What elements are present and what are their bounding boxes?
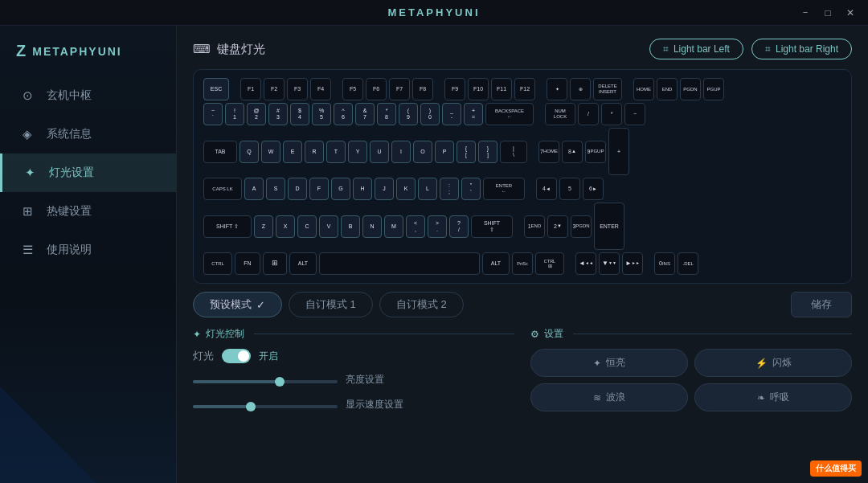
key-o[interactable]: O — [413, 141, 432, 163]
key-z[interactable]: Z — [254, 215, 273, 238]
key-capslock[interactable]: CAPS LK — [203, 178, 242, 200]
key-tab[interactable]: TAB — [203, 141, 237, 163]
key-0[interactable]: )0 — [420, 103, 440, 125]
key-3[interactable]: #3 — [268, 103, 288, 125]
key-equals[interactable]: += — [464, 103, 483, 125]
speed-thumb[interactable] — [246, 402, 256, 411]
key-5[interactable]: %5 — [312, 103, 331, 125]
key-f8[interactable]: F8 — [412, 78, 433, 100]
key-num5[interactable]: 5 — [559, 178, 580, 200]
key-numslash[interactable]: / — [578, 103, 599, 125]
key-b[interactable]: B — [341, 215, 360, 238]
tab-preset-mode[interactable]: 预设模式 ✓ — [193, 292, 282, 317]
key-numdot[interactable]: .DEL — [678, 252, 698, 275]
key-ctrl-right[interactable]: CTRL⊞ — [535, 252, 564, 275]
key-num6[interactable]: 6► — [583, 178, 604, 200]
key-del-insert[interactable]: DELETEINSERT — [593, 78, 622, 100]
key-pgdn[interactable]: PGDN — [680, 78, 701, 100]
key-m[interactable]: M — [384, 215, 403, 238]
key-t[interactable]: T — [326, 141, 346, 163]
speed-slider[interactable] — [193, 405, 338, 408]
key-num8[interactable]: 8▲ — [562, 141, 583, 163]
key-alt-right[interactable]: ALT — [482, 252, 510, 275]
key-pgup[interactable]: PGUP — [703, 78, 724, 100]
key-scroll[interactable]: ⊕ — [570, 78, 591, 100]
key-numminus[interactable]: − — [624, 103, 645, 125]
key-p[interactable]: P — [435, 141, 454, 163]
key-1[interactable]: !1 — [225, 103, 244, 125]
key-prtsc[interactable]: ✦ — [547, 78, 567, 100]
key-space[interactable] — [319, 252, 480, 275]
key-backspace[interactable]: BACKSPACE← — [485, 103, 534, 125]
sidebar-item-system-info[interactable]: ◈ 系统信息 — [0, 115, 176, 153]
key-numplus[interactable]: + — [608, 128, 629, 175]
key-arrow-right[interactable]: ►►► — [622, 252, 643, 275]
effect-flash-button[interactable]: ⚡ 闪烁 — [694, 349, 852, 377]
maximize-button[interactable]: □ — [817, 4, 839, 22]
key-ctrl-left[interactable]: CTRL — [203, 252, 232, 275]
key-f4[interactable]: F4 — [310, 78, 331, 100]
key-6[interactable]: ^6 — [334, 103, 353, 125]
sidebar-item-light-settings[interactable]: ✦ 灯光设置 — [0, 153, 176, 192]
key-w[interactable]: W — [261, 141, 280, 163]
key-backtick[interactable]: ~` — [203, 103, 223, 125]
key-j[interactable]: J — [375, 178, 394, 200]
key-num4[interactable]: 4◄ — [536, 178, 557, 200]
key-arrow-down[interactable]: ▼▼▼ — [599, 252, 620, 275]
key-end[interactable]: END — [657, 78, 678, 100]
key-numlock[interactable]: NUMLOCK — [545, 103, 575, 125]
key-comma[interactable]: <, — [406, 215, 425, 238]
key-quote[interactable]: "' — [461, 178, 481, 200]
key-numenter[interactable]: ENTER — [594, 203, 624, 250]
key-f9[interactable]: F9 — [444, 78, 465, 100]
key-7[interactable]: &7 — [355, 103, 375, 125]
key-num2[interactable]: 2▼ — [547, 215, 568, 238]
key-num3[interactable]: 3PGDN — [571, 215, 592, 238]
key-f10[interactable]: F10 — [468, 78, 489, 100]
save-button[interactable]: 储存 — [791, 292, 852, 317]
key-minus[interactable]: _- — [442, 103, 461, 125]
key-num1[interactable]: 1END — [524, 215, 545, 238]
key-enter[interactable]: ENTER← — [483, 178, 525, 200]
key-f1[interactable]: F1 — [240, 78, 261, 100]
lightbar-left-button[interactable]: ⌗ Light bar Left — [649, 39, 743, 59]
key-prtsc-bottom[interactable]: PrtSc — [512, 252, 533, 275]
key-2[interactable]: @2 — [247, 103, 266, 125]
key-u[interactable]: U — [370, 141, 389, 163]
key-x[interactable]: X — [276, 215, 295, 238]
key-f6[interactable]: F6 — [366, 78, 387, 100]
key-slash[interactable]: ?/ — [449, 215, 469, 238]
key-n[interactable]: N — [362, 215, 382, 238]
key-k[interactable]: K — [396, 178, 416, 200]
key-shift-right[interactable]: SHIFT⇧ — [471, 215, 513, 238]
key-win[interactable]: ⊞ — [263, 252, 287, 275]
effect-constant-button[interactable]: ✦ 恒亮 — [530, 349, 688, 377]
key-h[interactable]: H — [353, 178, 372, 200]
key-f7[interactable]: F7 — [389, 78, 410, 100]
close-button[interactable]: ✕ — [839, 4, 862, 22]
key-c[interactable]: C — [297, 215, 317, 238]
tab-custom2-mode[interactable]: 自订模式 2 — [379, 292, 464, 317]
key-r[interactable]: R — [305, 141, 324, 163]
key-l[interactable]: L — [418, 178, 437, 200]
key-v[interactable]: V — [319, 215, 338, 238]
key-4[interactable]: $4 — [290, 103, 309, 125]
tab-custom1-mode[interactable]: 自订模式 1 — [289, 292, 373, 317]
key-f3[interactable]: F3 — [287, 78, 308, 100]
key-arrow-left[interactable]: ◄◄◄ — [575, 252, 596, 275]
key-num7[interactable]: 7HOME — [538, 141, 559, 163]
key-a[interactable]: A — [244, 178, 264, 200]
key-esc[interactable]: ESC — [203, 78, 229, 100]
brightness-thumb[interactable] — [275, 377, 285, 387]
key-q[interactable]: Q — [240, 141, 259, 163]
lightbar-right-button[interactable]: ⌗ Light bar Right — [751, 39, 852, 59]
key-semicolon[interactable]: :; — [440, 178, 459, 200]
key-f11[interactable]: F11 — [491, 78, 512, 100]
minimize-button[interactable]: － — [794, 4, 817, 22]
key-shift-left[interactable]: SHIFT ⇧ — [203, 215, 252, 238]
key-numstar[interactable]: * — [601, 103, 622, 125]
key-num9[interactable]: 9PGUP — [585, 141, 606, 163]
key-f5[interactable]: F5 — [342, 78, 363, 100]
key-d[interactable]: D — [288, 178, 307, 200]
light-toggle[interactable] — [222, 349, 251, 363]
